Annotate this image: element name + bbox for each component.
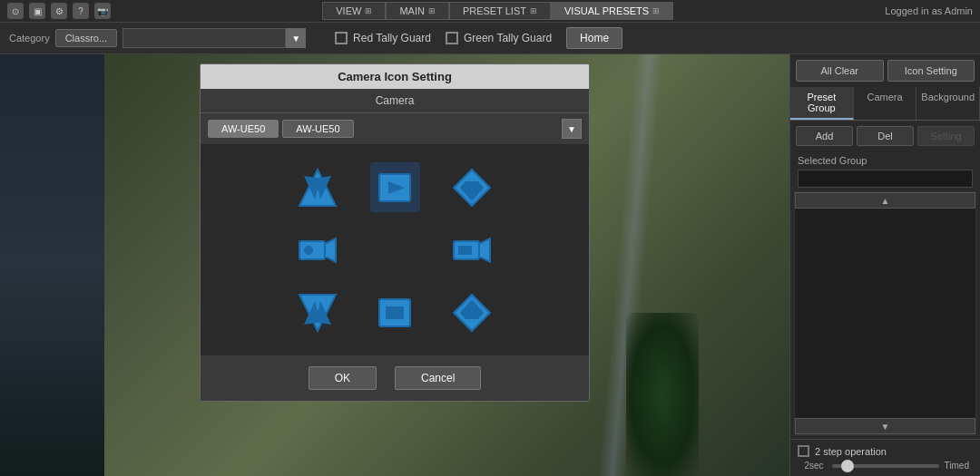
cam-icon-8[interactable] — [447, 287, 497, 337]
modal-tabs: AW-UE50 AW-UE50 ▼ — [201, 113, 589, 144]
nav-preset-icon: ⊞ — [530, 6, 537, 15]
svg-point-9 — [304, 246, 313, 255]
monitor-icon: ▣ — [29, 3, 45, 19]
camera-icon: 📷 — [94, 3, 111, 19]
cam-icon-3[interactable] — [447, 162, 497, 212]
selected-group-value — [798, 170, 973, 188]
step-operation-label: 2 step operation — [815, 446, 887, 457]
add-button[interactable]: Add — [796, 126, 853, 146]
home-button[interactable]: Home — [566, 27, 622, 49]
top-bar-left: ⊙ ▣ ⚙ ? 📷 — [7, 3, 111, 19]
category-section: Category Classro... ▼ — [9, 28, 306, 48]
green-tally-item: Green Tally Guard — [446, 32, 552, 44]
modal-tab-2[interactable]: AW-UE50 — [282, 120, 353, 138]
nav-main-icon: ⊞ — [428, 6, 436, 15]
cam-icon-6[interactable] — [293, 287, 343, 337]
icon-row-3 — [293, 287, 497, 337]
camera-panel: Camera Icon Setting Camera AW-UE50 AW-UE… — [0, 54, 789, 476]
cam-icon-7[interactable] — [370, 287, 420, 337]
category-dropdown-button[interactable]: ▼ — [286, 28, 306, 48]
tally-section: Red Tally Guard Green Tally Guard Home — [335, 27, 622, 49]
ok-button[interactable]: OK — [309, 366, 377, 390]
classroom-button[interactable]: Classro... — [55, 29, 117, 47]
main-area: Camera Icon Setting Camera AW-UE50 AW-UE… — [0, 54, 980, 476]
modal-icons-area — [201, 144, 589, 355]
step-timed-label: Timed — [945, 461, 969, 471]
top-bar: ⊙ ▣ ⚙ ? 📷 VIEW ⊞ MAIN ⊞ PRESET LIST ⊞ VI… — [0, 0, 980, 23]
red-tally-checkbox[interactable] — [335, 32, 348, 44]
tab-camera[interactable]: Camera — [854, 87, 917, 120]
second-bar: Category Classro... ▼ Red Tally Guard Gr… — [0, 23, 980, 54]
help-icon: ? — [73, 3, 89, 19]
all-clear-button[interactable]: All Clear — [796, 60, 884, 82]
nav-preset-list[interactable]: PRESET LIST ⊞ — [449, 2, 551, 20]
svg-rect-12 — [458, 246, 472, 255]
camera-icon-setting-modal: Camera Icon Setting Camera AW-UE50 AW-UE… — [200, 63, 590, 402]
top-nav: VIEW ⊞ MAIN ⊞ PRESET LIST ⊞ VISUAL PRESE… — [322, 2, 673, 20]
modal-overlay: Camera Icon Setting Camera AW-UE50 AW-UE… — [0, 54, 789, 476]
step-slider-knob[interactable] — [841, 460, 854, 472]
right-action-buttons: Add Del Setting — [790, 121, 980, 151]
scroll-up-button[interactable]: ▲ — [795, 192, 975, 209]
cam-icon-2[interactable] — [370, 162, 420, 212]
scroll-down-button[interactable]: ▼ — [795, 418, 975, 434]
icon-row-1 — [293, 162, 497, 212]
login-status: Logged in as Admin — [885, 5, 973, 16]
icon-row-2 — [293, 225, 497, 275]
settings-icon: ⚙ — [51, 3, 67, 19]
step-slider[interactable] — [832, 464, 939, 468]
modal-tab-dropdown[interactable]: ▼ — [562, 119, 582, 139]
tab-background[interactable]: Background — [916, 87, 980, 120]
step-operation-row: 2 step operation — [798, 445, 973, 457]
step-slider-row: 2sec Timed — [798, 461, 973, 471]
nav-main[interactable]: MAIN ⊞ — [386, 2, 449, 20]
step-time-label: 2sec — [801, 461, 827, 471]
svg-marker-11 — [479, 238, 490, 262]
modal-title: Camera Icon Setting — [201, 64, 589, 89]
red-tally-item: Red Tally Guard — [335, 32, 431, 44]
right-top-buttons: All Clear Icon Setting — [790, 54, 980, 87]
selected-group-label: Selected Group — [790, 151, 980, 170]
svg-rect-17 — [386, 306, 404, 319]
right-panel: All Clear Icon Setting Preset Group Came… — [789, 54, 980, 476]
category-select-field — [122, 28, 286, 48]
modal-camera-label: Camera — [201, 89, 589, 113]
cancel-button[interactable]: Cancel — [395, 366, 481, 390]
nav-view[interactable]: VIEW ⊞ — [322, 2, 386, 20]
red-tally-label: Red Tally Guard — [353, 32, 431, 44]
green-tally-checkbox[interactable] — [446, 32, 458, 44]
svg-marker-8 — [325, 238, 336, 262]
category-label: Category — [9, 33, 50, 44]
nav-visual-presets[interactable]: VISUAL PRESETS ⊞ — [551, 2, 673, 20]
right-scroll-area: ▲ ▼ — [794, 191, 976, 435]
cam-icon-1[interactable] — [293, 162, 343, 212]
step-operation-section: 2 step operation 2sec Timed — [790, 439, 980, 476]
nav-visual-icon: ⊞ — [652, 6, 660, 15]
right-tabs: Preset Group Camera Background — [790, 87, 980, 121]
modal-footer: OK Cancel — [201, 355, 589, 401]
del-button[interactable]: Del — [857, 126, 914, 146]
tab-preset-group[interactable]: Preset Group — [790, 87, 854, 120]
icon-setting-button[interactable]: Icon Setting — [887, 60, 975, 82]
cam-icon-4[interactable] — [293, 225, 343, 275]
setting-button[interactable]: Setting — [917, 126, 975, 146]
cam-icon-5[interactable] — [447, 225, 497, 275]
step-operation-checkbox[interactable] — [798, 445, 809, 457]
modal-tab-1[interactable]: AW-UE50 — [208, 120, 279, 138]
green-tally-label: Green Tally Guard — [464, 32, 552, 44]
nav-view-icon: ⊞ — [365, 6, 372, 15]
app-icon: ⊙ — [7, 3, 24, 19]
